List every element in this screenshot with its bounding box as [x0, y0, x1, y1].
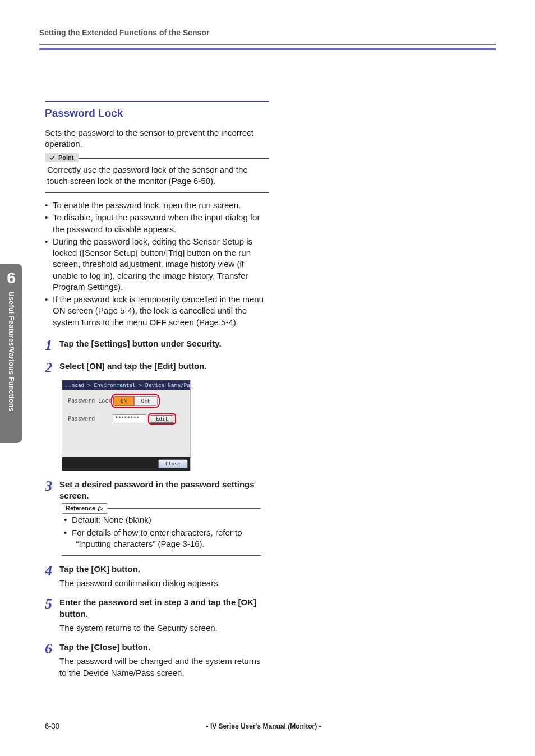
device-footer: Close	[62, 457, 190, 471]
row-password: Password ******** Edit	[68, 414, 185, 423]
password-label: Password	[68, 416, 113, 422]
device-screenshot: ..nced > Environmental > Device Name/Pas…	[62, 380, 191, 471]
section-title: Password Lock	[45, 101, 269, 119]
page: Setting the Extended Functions of the Se…	[0, 0, 535, 756]
step-text: The password will be changed and the sys…	[59, 655, 269, 679]
step-2: 2 Select [ON] and tap the [Edit] button.	[45, 361, 269, 375]
breadcrumb: ..nced > Environmental > Device Name/Pas…	[62, 380, 190, 390]
toggle-on[interactable]: ON	[113, 396, 134, 406]
close-button[interactable]: Close	[158, 459, 188, 468]
reference-callout: Reference ▷ •Default: None (blank) • For…	[62, 508, 261, 556]
list-item: •During the password lock, editing the S…	[45, 236, 269, 293]
step-title: Tap the [Settings] button under Security…	[59, 338, 269, 349]
step-1: 1 Tap the [Settings] button under Securi…	[45, 338, 269, 353]
chapter-tab: 6 Useful Features/Various Functions	[0, 264, 22, 443]
page-number: 6-30	[45, 722, 59, 730]
reference-item: • For details of how to enter characters…	[64, 527, 259, 550]
header-rule	[39, 44, 496, 45]
step-number: 5	[45, 597, 59, 611]
step-4: 4 Tap the [OK] button. The password conf…	[45, 564, 269, 589]
reference-label-text: Reference	[66, 504, 95, 513]
reference-label: Reference ▷	[62, 503, 107, 514]
toggle-off[interactable]: OFF	[134, 396, 158, 406]
edit-button[interactable]: Edit	[150, 415, 174, 423]
row-password-lock: Password Lock ON OFF	[68, 395, 185, 407]
step-5: 5 Enter the password set in step 3 and t…	[45, 597, 269, 634]
point-callout: Point Correctly use the password lock of…	[45, 158, 269, 193]
step-title: Enter the password set in step 3 and tap…	[59, 597, 269, 620]
step-title: Tap the [OK] button.	[59, 564, 269, 575]
header-accent	[39, 48, 496, 50]
manual-title: - IV Series User's Manual (Monitor) -	[59, 722, 468, 730]
check-icon	[49, 155, 55, 160]
list-item: •If the password lock is temporarily can…	[45, 294, 269, 328]
step-number: 6	[45, 642, 59, 656]
reference-item: •Default: None (blank)	[64, 514, 259, 525]
running-head: Setting the Extended Functions of the Se…	[39, 28, 496, 40]
password-field[interactable]: ********	[113, 414, 146, 423]
step-number: 3	[45, 479, 59, 494]
step-title: Select [ON] and tap the [Edit] button.	[59, 361, 269, 372]
step-title: Tap the [Close] button.	[59, 642, 269, 653]
step-text: The password confirmation dialog appears…	[59, 577, 269, 589]
onoff-toggle[interactable]: ON OFF	[113, 396, 158, 406]
content-column: Password Lock Sets the password to the s…	[45, 101, 269, 679]
section-intro: Sets the password to the sensor to preve…	[45, 127, 269, 150]
list-item: •To disable, input the password when the…	[45, 212, 269, 235]
page-flip-icon: ▷	[98, 504, 104, 513]
point-label-text: Point	[58, 154, 74, 162]
list-item: •To enable the password lock, open the r…	[45, 200, 269, 211]
password-lock-label: Password Lock	[68, 398, 113, 404]
step-number: 4	[45, 564, 59, 578]
point-text: Correctly use the password lock of the s…	[47, 165, 248, 186]
step-6: 6 Tap the [Close] button. The password w…	[45, 642, 269, 679]
device-panel: Password Lock ON OFF Password ******** E…	[62, 390, 190, 457]
step-3: 3 Set a desired password in the password…	[45, 479, 269, 502]
onoff-toggle-highlight: ON OFF	[113, 395, 158, 407]
step-text: The system returns to the Security scree…	[59, 622, 269, 634]
step-title: Set a desired password in the password s…	[59, 479, 269, 502]
chapter-title: Useful Features/Various Functions	[7, 292, 15, 437]
page-footer: 6-30 - IV Series User's Manual (Monitor)…	[45, 722, 490, 730]
point-label: Point	[45, 153, 79, 163]
step-number: 1	[45, 338, 59, 353]
bullet-list: •To enable the password lock, open the r…	[45, 200, 269, 328]
chapter-number: 6	[2, 269, 20, 287]
step-number: 2	[45, 361, 59, 375]
